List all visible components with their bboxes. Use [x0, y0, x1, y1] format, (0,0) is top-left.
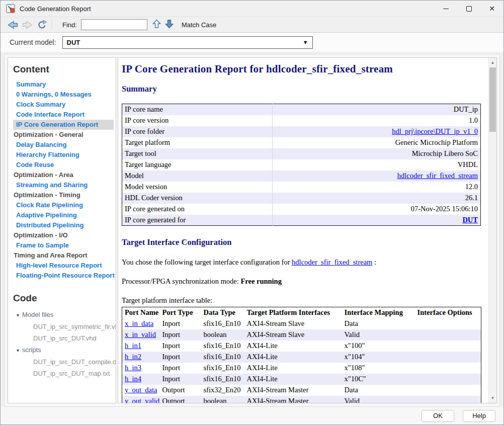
sidebar-item[interactable]: Summary — [13, 79, 114, 90]
interface-cell: h_in3 — [122, 363, 160, 374]
back-arrow-icon — [8, 21, 18, 29]
sidebar-item[interactable]: Adaptive Pipelining — [13, 210, 114, 220]
find-next-button[interactable] — [165, 19, 174, 31]
sidebar-item[interactable]: High-level Resource Report — [13, 261, 114, 271]
intro-prefix: You chose the following target interface… — [122, 258, 292, 266]
summary-table-body: IP core nameDUT_ipIP core version1.0IP c… — [122, 104, 481, 226]
interface-cell: AXI4-Lite — [244, 374, 342, 385]
port-name-link[interactable]: h_in1 — [125, 342, 141, 350]
forward-button[interactable] — [22, 21, 33, 29]
interface-cell: Outport — [160, 385, 201, 396]
interface-cell: AXI4-Stream Slave — [244, 329, 342, 341]
current-model-dropdown[interactable]: DUT ▼ — [62, 36, 313, 49]
maximize-button[interactable] — [457, 1, 480, 17]
code-tree-file[interactable]: DUT_ip_src_DUT_map.txt — [13, 368, 114, 379]
report-title: IP Core Generation Report for hdlcoder_s… — [122, 63, 488, 75]
sidebar-item[interactable]: Delay Balancing — [13, 140, 114, 150]
report-content: IP Core Generation Report for hdlcoder_s… — [118, 58, 488, 403]
forward-arrow-icon — [22, 21, 33, 29]
interface-cell — [415, 352, 481, 363]
summary-value: Generic Microchip Platform — [273, 137, 481, 148]
interface-cell: sfix16_En10 — [201, 352, 244, 363]
vertical-scrollbar[interactable]: ▲ ▼ — [488, 58, 496, 403]
code-tree-file[interactable]: DUT_ip_src_DUT.vhd — [13, 332, 114, 344]
code-tree-group-label: Model files — [22, 311, 53, 318]
interface-cell: boolean — [201, 396, 244, 403]
interface-cell: sfix32_En20 — [201, 385, 244, 396]
find-input[interactable] — [81, 19, 147, 30]
back-button[interactable] — [8, 21, 18, 29]
summary-value-link[interactable]: hdl_prj\ipcore\DUT_ip_v1_0 — [392, 127, 478, 135]
interface-cell: x_in_valid — [122, 329, 160, 341]
summary-value: Microchip Libero SoC — [273, 148, 481, 159]
maximize-icon — [466, 6, 472, 12]
scroll-down-button[interactable]: ▼ — [489, 394, 496, 402]
port-name-link[interactable]: h_in3 — [125, 364, 141, 372]
minimize-button[interactable] — [434, 1, 457, 17]
interface-cell: AXI4-Stream Master — [244, 396, 342, 403]
refresh-icon — [37, 20, 47, 29]
sidebar-item[interactable]: IP Core Generation Report — [13, 120, 114, 130]
refresh-button[interactable] — [37, 20, 47, 29]
sidebar-item[interactable]: Code Interface Report — [13, 110, 114, 120]
interface-cell: x"104" — [342, 352, 415, 363]
find-previous-button[interactable] — [152, 19, 161, 31]
collapse-arrow-icon: ▾ — [17, 312, 19, 318]
code-tree-file[interactable]: DUT_ip_src_DUT_compile.do — [13, 356, 114, 368]
sidebar-item[interactable]: Clock Rate Pipelining — [13, 200, 114, 210]
current-model-value: DUT — [67, 39, 80, 46]
scroll-up-button[interactable]: ▲ — [489, 59, 496, 66]
intro-paragraph: You chose the following target interface… — [122, 258, 488, 267]
current-model-label: Current model: — [10, 38, 56, 46]
interface-cell — [415, 363, 481, 374]
interface-cell: Data — [342, 318, 415, 329]
code-tree-group[interactable]: ▾scripts — [13, 344, 114, 356]
summary-value: 26.1 — [273, 193, 481, 204]
interface-cell — [415, 329, 481, 341]
collapse-arrow-icon: ▾ — [17, 348, 19, 353]
port-name-link[interactable]: x_in_data — [125, 319, 153, 327]
sidebar-item[interactable]: Floating-Point Resource Report — [13, 271, 114, 281]
sidebar-section-header: Optimization - General — [13, 130, 114, 140]
sidebar-item[interactable]: Hierarchy Flattening — [13, 150, 114, 160]
port-name-link[interactable]: y_out_valid — [125, 397, 159, 403]
content-heading: Content — [13, 64, 114, 75]
match-case-toggle[interactable]: Match Case — [182, 21, 216, 29]
summary-value-link[interactable]: DUT — [462, 216, 478, 224]
sidebar-item[interactable]: Frame to Sample — [13, 240, 114, 250]
port-name-link[interactable]: h_in4 — [125, 375, 141, 383]
summary-value-link[interactable]: hdlcoder_sfir_fixed_stream — [397, 172, 478, 180]
summary-label: Target platform — [122, 137, 273, 148]
ok-button[interactable]: OK — [422, 410, 454, 422]
summary-value: VHDL — [273, 159, 481, 171]
sidebar-item[interactable]: Distributed Pipelining — [13, 220, 114, 230]
port-name-link[interactable]: h_in2 — [125, 353, 141, 361]
summary-row: Modelhdlcoder_sfir_fixed_stream — [122, 171, 481, 182]
sidebar-item[interactable]: Code Reuse — [13, 160, 114, 170]
sidebar-item[interactable]: Clock Summary — [13, 100, 114, 110]
summary-row: HDL Coder version26.1 — [122, 193, 481, 204]
interface-cell: h_in1 — [122, 341, 160, 352]
report-app-icon — [6, 4, 15, 13]
port-name-link[interactable]: x_in_valid — [125, 330, 156, 338]
interface-cell: boolean — [201, 329, 244, 341]
intro-suffix: : — [372, 258, 376, 266]
help-button[interactable]: Help — [463, 410, 495, 422]
sidebar-item[interactable]: 0 Warnings, 0 Messages — [13, 90, 114, 100]
summary-value: 07-Nov-2025 15:06:10 — [273, 204, 481, 215]
content-nav: Summary0 Warnings, 0 MessagesClock Summa… — [13, 79, 114, 281]
code-tree-file[interactable]: DUT_ip_src_symmetric_fir.vhd — [13, 321, 114, 332]
model-link[interactable]: hdlcoder_sfir_fixed_stream — [292, 258, 372, 266]
interface-cell: y_out_valid — [122, 396, 160, 403]
close-button[interactable]: ✕ — [480, 1, 503, 17]
interface-row: h_in2Inportsfix16_En10AXI4-Litex"104" — [122, 352, 481, 363]
interface-table-header-row: Port NamePort TypeData TypeTarget Platfo… — [122, 307, 481, 318]
sidebar-item[interactable]: Streaming and Sharing — [13, 180, 114, 190]
scrollbar-thumb[interactable] — [489, 67, 496, 132]
summary-row: IP core nameDUT_ip — [122, 104, 481, 115]
port-name-link[interactable]: y_out_data — [125, 386, 157, 394]
sidebar-section-header: Timing and Area Report — [13, 250, 114, 261]
window-title: Code Generation Report — [20, 5, 91, 13]
code-tree-group[interactable]: ▾Model files — [13, 309, 114, 321]
sidebar-section-header: Optimization - Timing — [13, 190, 114, 200]
